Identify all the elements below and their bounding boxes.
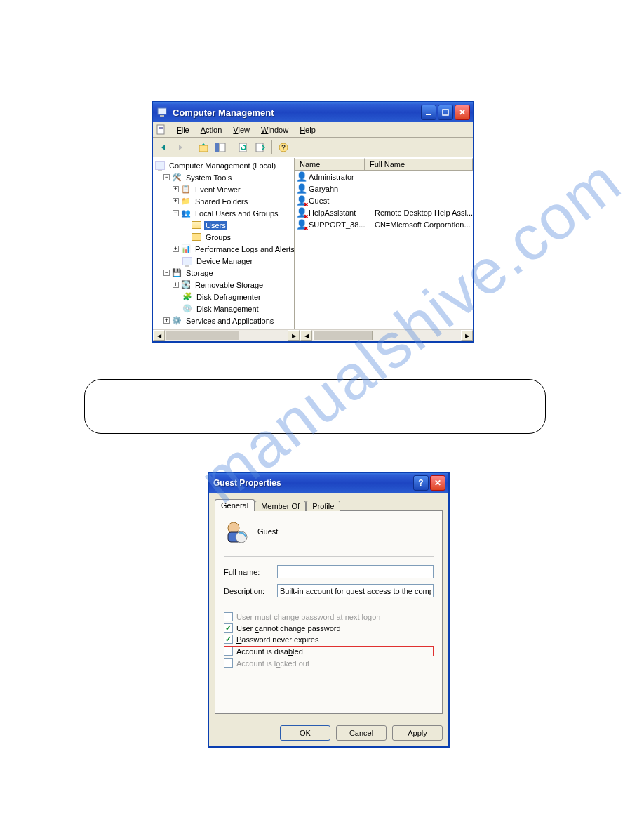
menu-file[interactable]: File	[171, 124, 195, 135]
svg-rect-9	[220, 143, 225, 152]
document-icon	[156, 124, 167, 135]
list-item[interactable]: 👤 SUPPORT_38... CN=Microsoft Corporation…	[295, 218, 473, 230]
list-item[interactable]: 👤 Garyahn	[295, 183, 473, 194]
titlebar[interactable]: Guest Properties ? ✕	[209, 473, 448, 493]
storage-icon: 💾	[171, 267, 182, 279]
show-hide-tree-button[interactable]	[213, 140, 228, 155]
close-button[interactable]: ✕	[430, 475, 445, 491]
help-button[interactable]: ?	[413, 475, 429, 491]
expand-icon[interactable]: +	[173, 186, 179, 192]
user-large-icon	[224, 519, 249, 543]
minimize-button[interactable]	[421, 105, 436, 120]
tree-disk-mgmt[interactable]: 💿 Disk Management	[153, 303, 294, 315]
description-field[interactable]	[277, 584, 434, 597]
help-button[interactable]: ?	[276, 140, 291, 155]
tree-label: Shared Folders	[194, 197, 249, 206]
ok-button[interactable]: OK	[280, 725, 330, 741]
refresh-button[interactable]	[236, 140, 251, 155]
cell-fullname: CN=Microsoft Corporation...	[375, 220, 473, 229]
tree-system-tools[interactable]: − 🛠️ System Tools	[153, 171, 294, 183]
app-icon	[157, 107, 168, 118]
tree-local-users-groups[interactable]: − 👥 Local Users and Groups	[153, 207, 294, 219]
tree-defrag[interactable]: 🧩 Disk Defragmenter	[153, 291, 294, 303]
apply-button[interactable]: Apply	[392, 725, 443, 741]
list-pane[interactable]: Name Full Name 👤 Administrator 👤 Garyahn…	[295, 158, 473, 329]
tab-panel-general: Guest Full name: Description: User must …	[215, 510, 443, 714]
fullname-field[interactable]	[277, 565, 434, 578]
menu-help[interactable]: Help	[294, 124, 321, 135]
menu-action[interactable]: Action	[195, 124, 228, 135]
user-icon: 👤	[296, 183, 307, 194]
guest-properties-dialog: Guest Properties ? ✕ General Member Of P…	[208, 472, 450, 748]
checkbox-icon	[224, 647, 233, 656]
event-viewer-icon: 📋	[180, 184, 192, 195]
tree-label: Event Viewer	[194, 185, 242, 194]
tree-storage[interactable]: − 💾 Storage	[153, 267, 294, 279]
list-scrollbar[interactable]: ◀ ▶	[300, 329, 473, 341]
tree-root[interactable]: Computer Management (Local)	[153, 159, 294, 171]
defrag-icon: 🧩	[182, 291, 193, 303]
checkbox-account-disabled[interactable]: Account is disabled	[224, 646, 434, 656]
titlebar[interactable]: Computer Management ✕	[153, 102, 473, 122]
tab-profile[interactable]: Profile	[306, 501, 340, 511]
tree-pane[interactable]: Computer Management (Local) − 🛠️ System …	[153, 158, 295, 329]
users-groups-icon: 👥	[180, 208, 192, 219]
collapse-icon[interactable]: −	[163, 174, 170, 180]
scroll-right-icon[interactable]: ▶	[288, 330, 300, 341]
checkbox-checked-icon	[224, 623, 233, 633]
scroll-left-icon[interactable]: ◀	[300, 330, 312, 341]
menu-view[interactable]: View	[227, 124, 255, 135]
expand-icon[interactable]: +	[173, 198, 179, 204]
menu-window[interactable]: Window	[255, 124, 294, 135]
tree-label: Performance Logs and Alerts	[194, 245, 295, 253]
tree-groups[interactable]: Groups	[153, 231, 294, 243]
svg-rect-5	[159, 127, 163, 128]
checkbox-icon	[224, 658, 233, 668]
tree-users[interactable]: Users	[153, 219, 294, 231]
list-item[interactable]: 👤 HelpAssistant Remote Desktop Help Assi…	[295, 206, 473, 218]
back-button[interactable]	[156, 140, 171, 155]
user-disabled-icon: 👤	[296, 219, 307, 230]
list-item[interactable]: 👤 Guest	[295, 194, 473, 206]
tab-area: General Member Of Profile Guest Full nam…	[209, 493, 448, 720]
svg-rect-8	[215, 143, 219, 152]
tree-label: Computer Management (Local)	[168, 161, 277, 170]
collapse-icon[interactable]: −	[173, 210, 179, 216]
tab-member-of[interactable]: Member Of	[255, 501, 306, 511]
up-button[interactable]	[196, 140, 211, 155]
checkbox-password-never-expires[interactable]: Password never expires	[224, 635, 434, 644]
tree-label: Disk Defragmenter	[195, 293, 262, 301]
tree-shared-folders[interactable]: + 📁 Shared Folders	[153, 195, 294, 207]
expand-icon[interactable]: +	[163, 317, 170, 324]
list-item[interactable]: 👤 Administrator	[295, 171, 473, 183]
toolbar: ?	[153, 138, 473, 157]
scroll-right-icon[interactable]: ▶	[461, 330, 473, 341]
cell-fullname: Remote Desktop Help Assi...	[375, 208, 473, 217]
tree-removable-storage[interactable]: + 💽 Removable Storage	[153, 279, 294, 291]
tree-services[interactable]: + ⚙️ Services and Applications	[153, 315, 294, 326]
export-list-button[interactable]	[253, 140, 268, 155]
tree-event-viewer[interactable]: + 📋 Event Viewer	[153, 183, 294, 195]
tab-general[interactable]: General	[215, 499, 255, 511]
perf-icon: 📊	[180, 244, 192, 255]
shared-folders-icon: 📁	[180, 196, 192, 207]
folder-open-icon	[191, 220, 202, 231]
tree-perf-logs[interactable]: + 📊 Performance Logs and Alerts	[153, 243, 294, 255]
scroll-left-icon[interactable]: ◀	[153, 330, 165, 341]
svg-rect-2	[426, 114, 431, 115]
forward-button[interactable]	[173, 140, 188, 155]
expand-icon[interactable]: +	[173, 246, 179, 252]
cancel-button[interactable]: Cancel	[336, 725, 387, 741]
tree-scrollbar[interactable]: ◀ ▶	[153, 329, 300, 341]
checkbox-cannot-change-password[interactable]: User cannot change password	[224, 623, 434, 633]
maximize-button[interactable]	[438, 105, 453, 120]
close-button[interactable]: ✕	[455, 105, 470, 120]
header-username: Guest	[257, 527, 278, 536]
collapse-icon[interactable]: −	[163, 270, 170, 276]
col-name[interactable]: Name	[295, 158, 365, 171]
expand-icon[interactable]: +	[173, 282, 179, 288]
col-fullname[interactable]: Full Name	[365, 158, 473, 171]
cell-name: Administrator	[309, 173, 375, 181]
tree-device-manager[interactable]: Device Manager	[153, 255, 294, 267]
computer-icon	[154, 160, 166, 171]
